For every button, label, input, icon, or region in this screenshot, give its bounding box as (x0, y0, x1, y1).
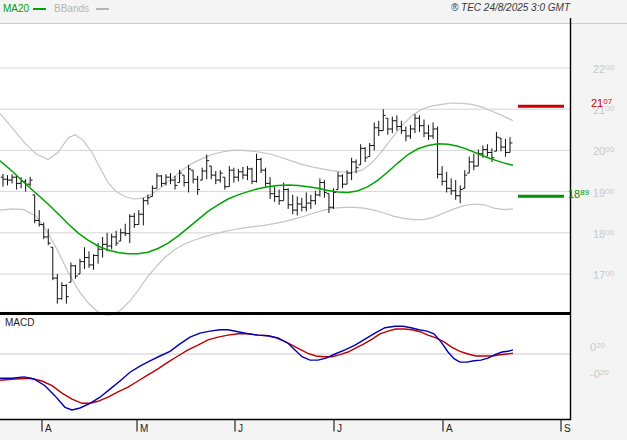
x-axis-label-april: A (45, 423, 52, 434)
x-axis-label-august: A (446, 423, 453, 434)
price-axis-tick-2000: 2000 (593, 144, 614, 157)
price-axis-tick-1900: 1900 (593, 186, 614, 199)
x-axis-label-september: S (564, 423, 571, 434)
price-axis-tick-2200: 2200 (593, 62, 614, 75)
legend-ma20-dash-icon (33, 8, 46, 10)
price-axis-tick-1800: 1800 (593, 227, 614, 240)
support-level-label: 1889 (568, 187, 589, 200)
legend-bbands-dash-icon (96, 8, 109, 10)
copyright-text: ® TEC 24/8/2025 3:0 GMT (451, 2, 570, 13)
price-axis-tick-1700: 1700 (593, 268, 614, 281)
chart-root: MA20 BBands ® TEC 24/8/2025 3:0 GMT 2200… (0, 0, 627, 440)
macd-axis-tick-pos: 020 (590, 340, 605, 353)
legend-ma20-label: MA20 (3, 3, 29, 14)
x-axis-label-july: J (337, 423, 342, 434)
x-axis-label-june: J (238, 423, 243, 434)
month-tick-marks (42, 420, 561, 432)
macd-axis-tick-neg: -020 (590, 367, 609, 380)
legend-bbands-label: BBands (54, 3, 89, 14)
macd-panel-title: MACD (5, 317, 34, 328)
chart-plot-svg (0, 0, 627, 440)
resistance-level-label: 2107 (591, 96, 612, 109)
x-axis-label-may: M (140, 423, 148, 434)
